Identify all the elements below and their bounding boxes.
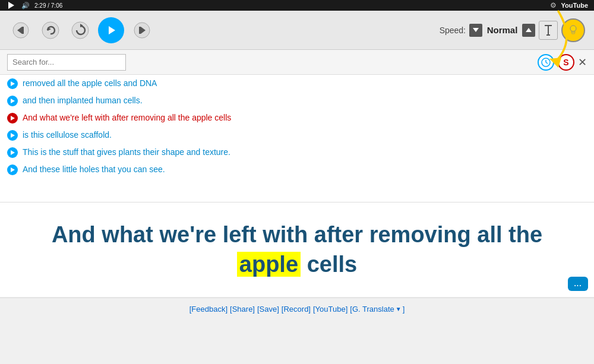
transcript-line[interactable]: This is the stuff that gives plants thei… xyxy=(0,144,594,161)
g-translate-close: ] xyxy=(403,305,405,314)
s-circle-button[interactable]: S xyxy=(558,54,574,71)
line-play-icon-active xyxy=(7,113,18,124)
video-time: 2:29 / 7:06 xyxy=(34,2,62,9)
clock-icon xyxy=(541,58,551,67)
feedback-link[interactable]: [Feedback] xyxy=(189,305,228,314)
transcript-line[interactable]: is this cellulose scaffold. xyxy=(0,126,594,144)
controls-bar: Speed: Normal xyxy=(0,11,594,50)
lightbulb-icon xyxy=(567,24,580,37)
g-translate-link[interactable]: [G. Translate xyxy=(350,305,394,314)
transcript-area[interactable]: removed all the apple cells and DNA and … xyxy=(0,75,594,202)
svg-rect-2 xyxy=(22,27,24,34)
speed-value: Normal xyxy=(486,25,519,35)
replay-icon xyxy=(42,21,59,39)
close-icon: ✕ xyxy=(578,56,587,68)
transcript-line[interactable]: removed all the apple cells and DNA xyxy=(0,75,594,92)
s-label: S xyxy=(563,58,568,67)
transcript-text-active: And what we're left with after removing … xyxy=(23,112,231,124)
subtitle-line1: And what we're left with after removing … xyxy=(52,220,542,279)
reload-icon xyxy=(71,21,89,39)
rewind-icon xyxy=(12,22,29,39)
youtube-link[interactable]: [YouTube] xyxy=(313,305,347,314)
record-link[interactable]: [Record] xyxy=(282,305,311,314)
transcript-text: This is the stuff that gives plants thei… xyxy=(23,146,230,159)
speed-decrease-button[interactable] xyxy=(469,24,482,37)
video-controls-right: ⚙ YouTube xyxy=(550,1,588,10)
line-play-icon xyxy=(7,130,18,141)
chat-bubble-button[interactable]: ... xyxy=(568,277,588,291)
transcript-line-active[interactable]: And what we're left with after removing … xyxy=(0,109,594,126)
chat-bubble-label: ... xyxy=(574,280,582,288)
svg-point-3 xyxy=(42,22,59,39)
line-play-icon xyxy=(7,147,18,158)
svg-rect-15 xyxy=(571,31,575,33)
next-icon xyxy=(134,22,150,39)
video-controls-left: 🔊 2:29 / 7:06 xyxy=(6,1,62,10)
youtube-label: YouTube xyxy=(561,2,588,9)
g-translate-wrapper: [G. Translate ▼ ] xyxy=(350,305,405,314)
speed-label: Speed: xyxy=(440,26,466,35)
transcript-text: is this cellulose scaffold. xyxy=(23,129,112,141)
search-right-icons: S ✕ xyxy=(538,54,587,71)
transcript-line[interactable]: And these little holes that you can see. xyxy=(0,161,594,178)
subtitle-highlight: apple xyxy=(237,252,301,277)
transcript-text: And these little holes that you can see. xyxy=(23,163,165,176)
play-icon xyxy=(8,2,14,9)
save-link[interactable]: [Save] xyxy=(257,305,279,314)
reload-button[interactable] xyxy=(68,18,92,42)
next-button[interactable] xyxy=(130,18,154,42)
replay-button[interactable] xyxy=(39,18,62,42)
svg-point-14 xyxy=(570,26,576,31)
search-bar-area: S ✕ xyxy=(0,50,594,75)
transcript-text: and then implanted human cells. xyxy=(23,94,143,107)
close-button[interactable]: ✕ xyxy=(578,57,587,68)
svg-marker-7 xyxy=(109,26,115,34)
settings-icon[interactable]: ⚙ xyxy=(550,1,557,10)
video-play-button[interactable] xyxy=(6,1,17,10)
transcript-line[interactable]: and then implanted human cells. xyxy=(0,92,594,109)
svg-rect-10 xyxy=(139,27,141,34)
footer: [Feedback] [Share] [Save] [Record] [YouT… xyxy=(0,297,594,320)
play-icon xyxy=(105,24,118,37)
line-play-icon xyxy=(7,78,18,89)
svg-rect-16 xyxy=(572,33,574,34)
share-link[interactable]: [Share] xyxy=(230,305,255,314)
g-translate-arrow: ▼ xyxy=(396,306,402,312)
speed-control: Speed: Normal xyxy=(440,18,585,42)
search-input[interactable] xyxy=(7,54,126,71)
subtitle-text-part1: And what we're left with after removing … xyxy=(52,222,542,247)
transcript-text: removed all the apple cells and DNA xyxy=(23,77,157,90)
font-size-button[interactable] xyxy=(539,21,558,40)
video-bar: 🔊 2:29 / 7:06 ⚙ YouTube xyxy=(0,0,594,11)
speed-down-icon xyxy=(473,28,479,32)
clock-button[interactable] xyxy=(538,54,554,71)
rewind-button[interactable] xyxy=(9,18,33,42)
subtitle-display: And what we're left with after removing … xyxy=(0,202,594,297)
speed-up-icon xyxy=(526,28,532,32)
lightbulb-button[interactable] xyxy=(561,18,585,42)
line-play-icon xyxy=(7,96,18,106)
subtitle-text-cells: cells xyxy=(307,252,358,277)
play-button[interactable] xyxy=(98,17,124,43)
volume-icon: 🔊 xyxy=(21,2,30,10)
line-play-icon xyxy=(7,164,18,175)
font-size-icon xyxy=(542,24,554,36)
speed-increase-button[interactable] xyxy=(522,24,535,37)
